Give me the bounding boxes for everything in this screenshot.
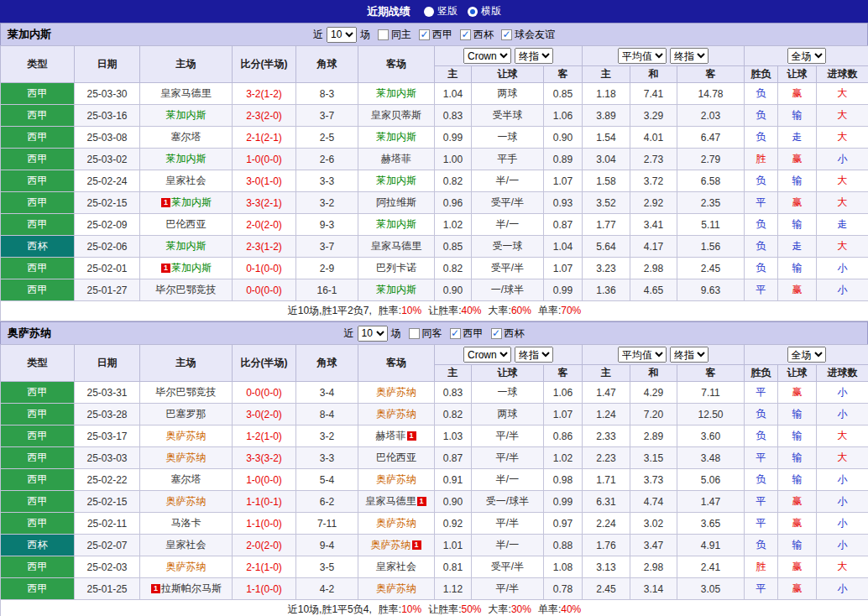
euro-odds-time-select[interactable]: 终指: [670, 48, 709, 64]
corners-cell: 3-3: [296, 447, 358, 469]
asian-home-odds: 0.85: [435, 236, 472, 258]
handicap-result-col: 让球: [778, 66, 817, 83]
result-goals: 小: [817, 578, 868, 600]
corners-cell: 6-2: [296, 491, 358, 513]
asian-home-odds: 1.03: [435, 425, 472, 447]
result-outcome: 负: [745, 170, 778, 192]
filter-西杯[interactable]: 西杯: [460, 28, 494, 42]
result-outcome: 负: [745, 236, 778, 258]
result-outcome: 平: [745, 578, 778, 600]
summary-stat-value: 70%: [561, 305, 581, 316]
asian-home-odds: 0.87: [435, 447, 472, 469]
summary-record: 近10场,胜1平5负4,: [288, 603, 372, 615]
euro-away-odds: 2.41: [677, 556, 745, 578]
scope-select[interactable]: 全场: [787, 347, 826, 363]
score-cell: 0-0(0-0): [233, 382, 296, 404]
euro-away-odds: 2.45: [677, 258, 745, 279]
handicap-line: 受半球: [472, 105, 544, 127]
radio-icon[interactable]: [424, 7, 434, 17]
away-team-cell: 皇家马德里1: [358, 491, 435, 513]
score-cell: 3-0(2-0): [233, 404, 296, 425]
home-team-cell: 奥萨苏纳: [140, 425, 233, 447]
euro-odds-time-select[interactable]: 终指: [670, 347, 709, 363]
euro-draw-odds: 2.73: [630, 149, 677, 170]
team-link: 皇家马德里: [371, 240, 421, 252]
view-option-vertical[interactable]: 竖版: [424, 4, 458, 18]
euro-home-odds: 2.33: [583, 425, 630, 447]
euro-away-col: 客: [677, 66, 745, 83]
team-section: 奥萨苏纳近10场同客西甲西杯类型日期主场比分(半场)角球客场Crown终指平均值…: [0, 321, 868, 616]
filter-同主[interactable]: 同主: [378, 28, 411, 42]
league-cell: 西甲: [1, 214, 75, 236]
bookmaker-select[interactable]: Crown: [463, 48, 511, 64]
home-team-cell: 1莱加内斯: [140, 192, 233, 214]
checkbox-label: 西杯: [505, 326, 525, 341]
asian-away-col: 客: [544, 365, 583, 382]
corners-cell: 3-2: [296, 425, 358, 447]
result-outcome: 负: [745, 535, 778, 556]
euro-average-select[interactable]: 平均值: [618, 48, 667, 64]
bookmaker-select[interactable]: Crown: [463, 347, 511, 363]
asian-odds-time-select[interactable]: 终指: [515, 48, 553, 64]
euro-odds-header: 平均值终指: [583, 345, 745, 365]
checkbox-icon[interactable]: [491, 328, 502, 339]
league-cell: 西甲: [1, 425, 75, 447]
handicap-line: 一/球半: [472, 279, 544, 301]
asian-odds-header: Crown终指: [435, 345, 583, 365]
date-cell: 25-03-08: [75, 127, 140, 149]
view-option-horizontal[interactable]: 横版: [468, 4, 501, 18]
euro-draw-odds: 7.41: [630, 83, 677, 105]
checkbox-icon[interactable]: [378, 29, 389, 40]
result-goals: 大: [817, 425, 868, 447]
home-team-cell: 皇家社会: [140, 170, 233, 192]
handicap-line: 半/一: [472, 535, 544, 556]
checkbox-icon[interactable]: [450, 328, 461, 339]
table-row: 西甲25-03-03奥萨苏纳3-3(3-2)3-3巴伦西亚0.87平/半1.02…: [1, 447, 868, 469]
asian-away-odds: 0.90: [544, 127, 583, 149]
radio-icon[interactable]: [468, 7, 478, 17]
handicap-line: 受一/球半: [472, 491, 544, 513]
result-handicap: 输: [778, 404, 817, 425]
asian-odds-time-select[interactable]: 终指: [515, 347, 553, 363]
result-outcome: 负: [745, 83, 778, 105]
filter-西甲[interactable]: 西甲: [450, 326, 484, 341]
result-handicap: 赢: [778, 149, 817, 170]
home-team-cell: 马洛卡: [140, 513, 233, 535]
team-link: 莱加内斯: [376, 87, 416, 99]
result-goals: 大: [817, 105, 868, 127]
team-link: 奥萨苏纳: [376, 408, 416, 420]
team-link: 奥萨苏纳: [166, 495, 207, 507]
team-section: 莱加内斯近10场同主西甲西杯球会友谊类型日期主场比分(半场)角球客场Crown终…: [0, 23, 868, 321]
away-team-cell: 巴列卡诺: [358, 258, 435, 279]
summary-stat-value: 10%: [401, 603, 421, 615]
filter-同客[interactable]: 同客: [409, 326, 442, 341]
result-goals: 大: [817, 236, 868, 258]
filter-球会友谊[interactable]: 球会友谊: [501, 28, 555, 42]
checkbox-icon[interactable]: [501, 29, 512, 40]
league-cell: 西甲: [1, 105, 75, 127]
filter-西杯[interactable]: 西杯: [491, 326, 525, 341]
recent-count-select[interactable]: 10: [358, 326, 388, 342]
team-link: 塞尔塔: [171, 473, 201, 485]
asian-away-odds: 1.07: [544, 170, 583, 192]
recent-count-select[interactable]: 10: [327, 27, 357, 43]
handicap-result-col: 让球: [778, 365, 817, 382]
checkbox-icon[interactable]: [409, 328, 420, 339]
team-header-bar: 莱加内斯近10场同主西甲西杯球会友谊: [0, 23, 868, 45]
checkbox-icon[interactable]: [460, 29, 471, 40]
sections: 莱加内斯近10场同主西甲西杯球会友谊类型日期主场比分(半场)角球客场Crown终…: [0, 23, 868, 616]
checkbox-icon[interactable]: [419, 29, 430, 40]
checkbox-label: 西甲: [432, 28, 452, 42]
summary-stat-value: 60%: [511, 305, 531, 316]
handicap-line: 两球: [472, 83, 544, 105]
date-cell: 25-02-09: [75, 214, 140, 236]
asian-away-odds: 1.04: [544, 236, 583, 258]
euro-home-odds: 2.23: [583, 447, 630, 469]
corners-cell: 3-3: [296, 170, 358, 192]
euro-away-odds: 2.79: [677, 149, 745, 170]
away-team-cell: 莱加内斯: [358, 83, 435, 105]
filter-西甲[interactable]: 西甲: [419, 28, 452, 42]
scope-select[interactable]: 全场: [787, 48, 826, 64]
euro-average-select[interactable]: 平均值: [618, 347, 667, 363]
score-cell: 1-0(0-0): [233, 149, 296, 170]
